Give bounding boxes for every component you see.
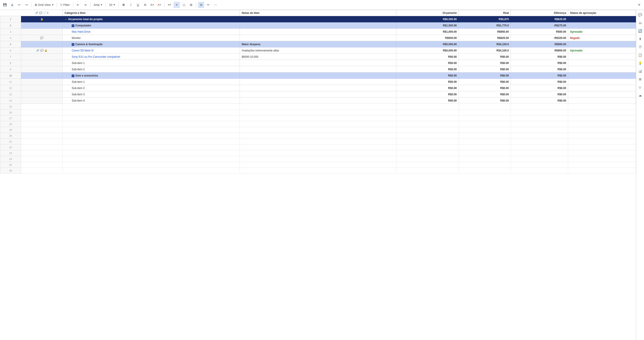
empty-cell[interactable]	[458, 104, 511, 110]
empty-cell[interactable]	[240, 144, 396, 150]
category-cell[interactable]: Sub-item 3	[63, 91, 240, 97]
diff-cell[interactable]: R$625.00	[511, 16, 568, 22]
empty-cell[interactable]	[458, 133, 511, 139]
empty-cell[interactable]	[458, 150, 511, 156]
diff-cell[interactable]: R$50.00	[511, 29, 568, 35]
table-row[interactable]: 8Sub-item 1R$0.00R$0.00R$0.00	[0, 60, 636, 66]
empty-cell[interactable]	[63, 104, 240, 110]
real-cell[interactable]: R$0.00	[458, 60, 511, 66]
redo-button[interactable]: ↪	[23, 2, 30, 8]
empty-cell[interactable]	[458, 110, 511, 115]
diff-cell[interactable]: R$0.00	[511, 85, 568, 91]
empty-cell[interactable]	[396, 150, 458, 156]
notes-cell[interactable]	[240, 22, 396, 29]
empty-row[interactable]: 25	[0, 162, 636, 168]
empty-cell[interactable]	[240, 110, 396, 115]
empty-cell[interactable]	[511, 156, 568, 162]
notes-cell[interactable]	[240, 66, 396, 72]
real-cell[interactable]: R$0.00	[458, 66, 511, 72]
font-picker[interactable]: Arial ▼	[92, 2, 104, 7]
empty-cell[interactable]	[568, 115, 636, 121]
notes-cell[interactable]	[240, 85, 396, 91]
format-button[interactable]: ⊞	[188, 2, 194, 8]
budget-cell[interactable]: R$0.00	[396, 97, 458, 104]
empty-cell[interactable]	[240, 121, 396, 127]
close-button[interactable]: ✕	[636, 2, 642, 8]
empty-row[interactable]: 24	[0, 156, 636, 162]
diff-cell[interactable]: -R$325.00	[511, 35, 568, 41]
sidebar-grid-icon[interactable]: ⊞	[637, 76, 643, 82]
notes-cell[interactable]: $6000-10,000	[240, 54, 396, 60]
empty-cell[interactable]	[396, 127, 458, 133]
empty-cell[interactable]	[396, 162, 458, 168]
table-row[interactable]: 5−Camera & IluminaçãoMaior despesaR$5,00…	[0, 41, 636, 47]
empty-cell[interactable]	[63, 133, 240, 139]
table-row[interactable]: 4💬MonitorR$500.00R$825.00-R$325.00Negado	[0, 35, 636, 41]
empty-cell[interactable]	[240, 156, 396, 162]
category-cell[interactable]: Sub-item 1	[63, 60, 240, 66]
empty-cell[interactable]	[511, 104, 568, 110]
empty-row[interactable]: 20	[0, 133, 636, 139]
table-row[interactable]: 11Sub-item 1R$0.00R$0.00R$0.00	[0, 79, 636, 85]
real-cell[interactable]: R$950.00	[458, 29, 511, 35]
empty-cell[interactable]	[568, 133, 636, 139]
sidebar-chart-icon[interactable]: 📊	[637, 68, 643, 74]
empty-cell[interactable]	[63, 127, 240, 133]
empty-cell[interactable]	[21, 110, 63, 115]
category-cell[interactable]: Mac Hard Drive	[63, 29, 240, 35]
empty-row[interactable]: 18	[0, 121, 636, 127]
empty-cell[interactable]	[63, 115, 240, 121]
item-link[interactable]: Sony EX1 ou Pro Camcorder compatível	[72, 55, 120, 58]
budget-cell[interactable]: R$0.00	[396, 60, 458, 66]
notes-cell[interactable]	[240, 29, 396, 35]
category-cell[interactable]: Monitor	[63, 35, 240, 41]
table-row[interactable]: 6🔗💬🔒Canon 5D Mark IIIAvaliações extremam…	[0, 47, 636, 54]
italic-button[interactable]: I	[128, 2, 134, 8]
empty-cell[interactable]	[511, 150, 568, 156]
notes-cell[interactable]	[240, 60, 396, 66]
diff-cell[interactable]: R$0.00	[511, 79, 568, 85]
real-cell[interactable]: R$0.00	[458, 79, 511, 85]
indent-button[interactable]: ⇥	[82, 2, 88, 8]
empty-cell[interactable]	[63, 121, 240, 127]
empty-cell[interactable]	[568, 127, 636, 133]
notes-cell[interactable]	[240, 91, 396, 97]
category-cell[interactable]: Sony EX1 ou Pro Camcorder compatível	[63, 54, 240, 60]
real-cell[interactable]: R$4,100.0	[458, 41, 511, 47]
budget-cell[interactable]: R$0.00	[396, 79, 458, 85]
empty-cell[interactable]	[458, 127, 511, 133]
eraser-button[interactable]: ◻	[181, 2, 187, 8]
empty-cell[interactable]	[568, 139, 636, 144]
empty-cell[interactable]	[21, 139, 63, 144]
real-cell[interactable]: R$0.00	[458, 54, 511, 60]
budget-cell[interactable]: R$0.00	[396, 85, 458, 91]
category-cell[interactable]: Canon 5D Mark III	[63, 47, 240, 54]
budget-cell[interactable]: R$6,500.00	[396, 16, 458, 22]
budget-cell[interactable]: R$0.00	[396, 66, 458, 72]
diff-cell[interactable]: R$900.00	[511, 41, 568, 47]
sidebar-upload-icon[interactable]: ⬆	[637, 36, 643, 42]
real-cell[interactable]: R$1,775.0	[458, 22, 511, 29]
empty-cell[interactable]	[511, 110, 568, 115]
sidebar-cloud-icon[interactable]: ☁	[637, 92, 643, 98]
empty-cell[interactable]	[511, 121, 568, 127]
empty-cell[interactable]	[511, 115, 568, 121]
empty-cell[interactable]	[568, 121, 636, 127]
sidebar-history-icon[interactable]: ⏱	[637, 44, 643, 50]
collapse-icon[interactable]: −	[72, 74, 74, 77]
empty-cell[interactable]	[458, 139, 511, 144]
sheet-area[interactable]: 🔗 💬 📄 ℹ Categoria e Item Notas do Item O…	[0, 10, 636, 340]
real-cell[interactable]: R$0.00	[458, 85, 511, 91]
empty-cell[interactable]	[21, 104, 63, 110]
budget-cell[interactable]: R$0.00	[396, 72, 458, 79]
table-row[interactable]: 3Mac Hard DriveR$1,000.00R$950.00R$50.00…	[0, 29, 636, 35]
empty-cell[interactable]	[21, 127, 63, 133]
align-right-button[interactable]: ≡	[174, 2, 180, 8]
undo-button[interactable]: ↩	[16, 2, 22, 8]
empty-cell[interactable]	[63, 144, 240, 150]
notes-cell[interactable]: Maior despesa	[240, 41, 396, 47]
empty-cell[interactable]	[396, 104, 458, 110]
notes-cell[interactable]	[240, 97, 396, 104]
item-link[interactable]: Canon 5D Mark III	[72, 49, 94, 52]
filter-button[interactable]: ▽ Filter	[59, 2, 71, 7]
